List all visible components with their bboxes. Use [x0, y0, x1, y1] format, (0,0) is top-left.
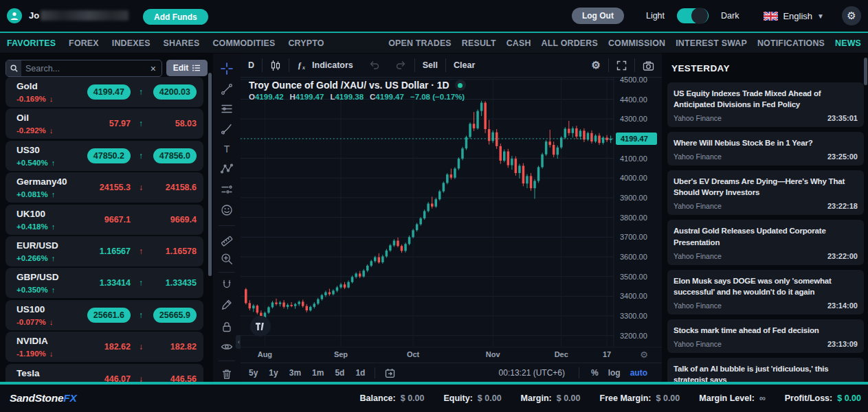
fib-retracement-icon[interactable] [220, 102, 234, 116]
news-card[interactable]: Elon Musk says DOGE was only 'somewhat s… [667, 270, 864, 314]
ask-price-button[interactable]: 446.56 [170, 374, 197, 382]
watchlist-row-eur-usd[interactable]: EUR/USD+0.266%↑1.16567↑1.16578 [5, 236, 203, 266]
watchlist-row-gbp-usd[interactable]: GBP/USD+0.350%↑1.33414↑1.33435 [5, 268, 203, 298]
search-box[interactable]: × [5, 60, 162, 77]
logout-button[interactable]: Log Out [572, 8, 624, 24]
news-card[interactable]: US Equity Indexes Trade Mixed Ahead of A… [667, 82, 864, 127]
bid-price-button[interactable]: 9667.1 [104, 215, 131, 225]
clear-button[interactable]: Clear [446, 60, 482, 70]
timeframe-button[interactable]: D [241, 60, 262, 70]
crosshair-icon[interactable] [220, 62, 234, 76]
bid-price-button[interactable]: 446.07 [104, 374, 131, 382]
fullscreen-icon[interactable] [609, 60, 634, 71]
watchlist-row-oil[interactable]: Oil-0.292%↓57.97↑58.03 [5, 108, 203, 139]
bid-price-button[interactable]: 4199.47 [87, 84, 131, 100]
bid-price-button[interactable]: 24155.3 [100, 183, 131, 192]
watchlist-row-nvidia[interactable]: NVIDIA-1.190%↓182.62↓182.82 [5, 332, 203, 362]
bid-price-button[interactable]: 1.16567 [100, 247, 131, 256]
language-selector[interactable]: English ▼ [764, 11, 824, 21]
news-scrollbar[interactable] [864, 58, 867, 85]
watchlist-row-germany40[interactable]: Germany40+0.081%↑24155.3↓24158.6 [5, 172, 203, 203]
search-input[interactable] [21, 64, 151, 73]
chart-settings-gear-icon[interactable]: ⚙ [584, 59, 608, 71]
ask-price-button[interactable]: 1.16578 [166, 247, 197, 256]
user-avatar-icon[interactable] [7, 8, 22, 23]
bid-price-button[interactable]: 25661.6 [87, 308, 131, 323]
clock-readout[interactable]: 00:13:21 (UTC+6) [499, 368, 565, 378]
watchlist-row-us30[interactable]: US30+0.540%↑47850.2↑47856.0 [5, 141, 203, 171]
nav-item-result[interactable]: RESULT [462, 38, 496, 48]
nav-item-news[interactable]: NEWS [835, 38, 861, 48]
nav-item-crypto[interactable]: CRYPTO [288, 38, 324, 48]
brush-icon[interactable] [220, 122, 234, 136]
ask-price-button[interactable]: 4200.03 [153, 84, 197, 100]
redo-icon[interactable] [388, 60, 414, 70]
watchlist-row-tesla[interactable]: Tesla446.07↓446.56 [5, 364, 203, 382]
watchlist-scrollbar[interactable] [208, 73, 212, 276]
zoom-in-icon[interactable] [220, 252, 234, 266]
bid-price-button[interactable]: 57.97 [109, 119, 131, 128]
timeframe-1d-button[interactable]: 1d [350, 368, 370, 378]
axis-settings-gear-icon[interactable]: ⚙ [640, 350, 648, 360]
scale-log-button[interactable]: log [603, 368, 625, 378]
watchlist-row-gold[interactable]: Gold-0.169%↓4199.47↑4200.03 [5, 77, 203, 107]
text-tool-icon[interactable]: T [220, 142, 234, 156]
bid-price-button[interactable]: 182.62 [104, 342, 131, 352]
xabcd-pattern-icon[interactable] [220, 162, 234, 176]
ask-price-button[interactable]: 25665.9 [153, 308, 197, 323]
nav-item-all-orders[interactable]: ALL ORDERS [542, 38, 598, 48]
timeframe-1y-button[interactable]: 1y [263, 368, 283, 378]
settings-gear-icon[interactable]: ⚙ [842, 6, 861, 25]
watchlist-row-us100[interactable]: US100-0.077%↓25661.6↑25665.9 [5, 300, 203, 330]
news-card[interactable]: Uber's EV Dreams Are Dying—Here's Why Th… [667, 170, 864, 215]
nav-item-shares[interactable]: SHARES [164, 38, 200, 48]
watchlist-row-uk100[interactable]: UK100+0.418%↑9667.19669.4 [5, 205, 203, 235]
ask-price-button[interactable]: 1.33435 [166, 278, 197, 288]
time-axis[interactable]: AugSepOctNovDec17 ⚙ [241, 347, 662, 363]
emoji-icon[interactable] [220, 203, 234, 217]
nav-item-interest-swap[interactable]: INTEREST SWAP [676, 38, 747, 48]
timeframe-1m-button[interactable]: 1m [307, 368, 329, 378]
edit-watchlist-button[interactable]: Edit [166, 60, 208, 76]
trash-icon[interactable] [220, 367, 234, 381]
news-card[interactable]: Talk of an AI bubble is just 'ridiculous… [667, 358, 864, 382]
news-card[interactable]: Stocks mark time ahead of Fed decisionYa… [667, 319, 864, 353]
add-funds-button[interactable]: Add Funds [143, 9, 208, 25]
timeframe-3m-button[interactable]: 3m [284, 368, 307, 378]
scale-auto-button[interactable]: auto [625, 368, 652, 378]
undo-icon[interactable] [361, 60, 388, 70]
ask-price-button[interactable]: 9669.4 [170, 215, 197, 225]
theme-toggle[interactable] [677, 8, 709, 23]
tradingview-logo[interactable] [250, 316, 271, 336]
bid-price-button[interactable]: 47850.2 [87, 148, 131, 163]
draw-pencil-icon[interactable] [220, 298, 234, 312]
timeframe-5d-button[interactable]: 5d [329, 368, 350, 378]
chart-style-candles-icon[interactable] [263, 60, 289, 71]
sell-button[interactable]: Sell [415, 60, 445, 70]
long-position-icon[interactable] [220, 183, 234, 196]
go-to-date-icon[interactable] [379, 368, 401, 378]
ask-price-button[interactable]: 47856.0 [153, 148, 197, 163]
theme-toggle-knob[interactable] [691, 8, 708, 24]
nav-item-cash[interactable]: CASH [507, 38, 531, 48]
ruler-icon[interactable] [220, 234, 234, 248]
nav-item-notifications[interactable]: NOTIFICATIONS [757, 38, 825, 48]
lock-icon[interactable] [220, 320, 234, 334]
news-card[interactable]: Where Will Nebius Stock Be in 1 Year?Yah… [667, 132, 864, 165]
chart-canvas[interactable]: 4500.004400.004300.004100.004000.003900.… [241, 77, 662, 347]
nav-item-commodities[interactable]: COMMODITIES [212, 38, 275, 48]
news-card[interactable]: Austral Gold Releases Updated Corporate … [667, 220, 864, 264]
magnet-icon[interactable] [220, 278, 234, 292]
indicators-button[interactable]: ƒx Indicators [289, 60, 361, 70]
snapshot-camera-icon[interactable] [635, 60, 662, 71]
scale---button[interactable]: % [586, 368, 603, 378]
nav-item-indexes[interactable]: INDEXES [112, 38, 151, 48]
eye-icon[interactable] [220, 340, 234, 354]
nav-item-open-trades[interactable]: OPEN TRADES [388, 38, 452, 48]
bid-price-button[interactable]: 1.33414 [100, 278, 131, 288]
ask-price-button[interactable]: 58.03 [175, 119, 197, 128]
timeframe-5y-button[interactable]: 5y [243, 368, 263, 378]
ask-price-button[interactable]: 182.82 [170, 342, 197, 352]
clear-search-icon[interactable]: × [151, 63, 162, 74]
nav-item-commission[interactable]: COMMISSION [608, 38, 665, 48]
